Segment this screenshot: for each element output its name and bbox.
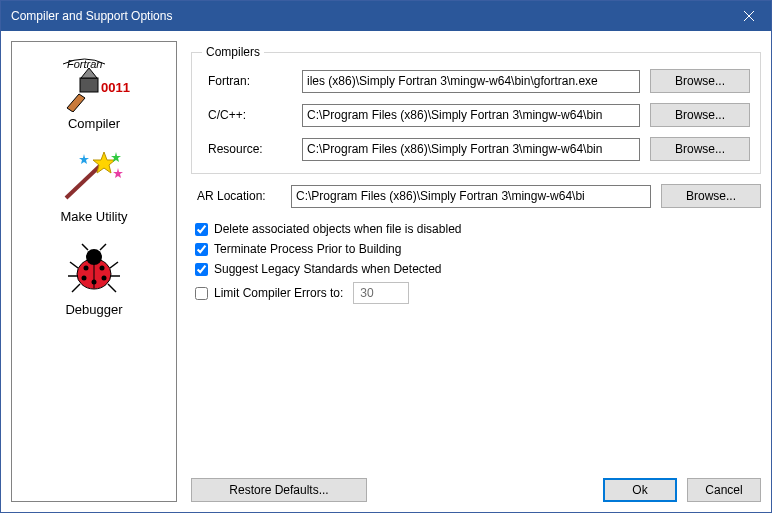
svg-text:Fortran: Fortran [67,58,102,70]
ar-label: AR Location: [191,189,281,203]
cancel-button[interactable]: Cancel [687,478,761,502]
bug-icon [64,242,124,298]
sidebar-item-label: Compiler [12,116,176,131]
delete-objects-label: Delete associated objects when file is d… [214,222,461,236]
sidebar-item-label: Debugger [12,302,176,317]
resource-input[interactable] [302,138,640,161]
svg-point-19 [92,280,97,285]
fortran-browse-button[interactable]: Browse... [650,69,750,93]
titlebar: Compiler and Support Options [1,1,771,31]
bottom-bar: Restore Defaults... Ok Cancel [191,478,761,502]
sidebar-item-make-utility[interactable]: Make Utility [12,143,176,236]
close-icon [744,11,754,21]
fortran-input[interactable] [302,70,640,93]
sidebar-item-label: Make Utility [12,209,176,224]
svg-line-27 [108,284,116,292]
restore-defaults-button[interactable]: Restore Defaults... [191,478,367,502]
svg-marker-9 [79,154,89,164]
fortran-row: Fortran: Browse... [202,69,750,93]
terminate-checkbox[interactable] [195,243,208,256]
svg-line-23 [110,262,118,268]
wand-icon [54,148,134,206]
terminate-check[interactable]: Terminate Process Prior to Building [195,242,761,256]
delete-objects-check[interactable]: Delete associated objects when file is d… [195,222,761,236]
ar-browse-button[interactable]: Browse... [661,184,761,208]
legacy-label: Suggest Legacy Standards when Detected [214,262,441,276]
ccpp-browse-button[interactable]: Browse... [650,103,750,127]
resource-row: Resource: Browse... [202,137,750,161]
svg-marker-10 [113,168,123,178]
limit-errors-label: Limit Compiler Errors to: [214,286,343,300]
svg-point-17 [82,276,87,281]
options-checks: Delete associated objects when file is d… [191,222,761,304]
fortran-label: Fortran: [202,74,292,88]
ar-input[interactable] [291,185,651,208]
main-panel: Compilers Fortran: Browse... C/C++: Brow… [191,41,761,502]
svg-text:0011: 0011 [101,80,130,95]
delete-objects-checkbox[interactable] [195,223,208,236]
svg-rect-3 [80,78,98,92]
sidebar-item-debugger[interactable]: Debugger [12,236,176,329]
resource-browse-button[interactable]: Browse... [650,137,750,161]
compiler-icon: Fortran 0011 [55,56,133,112]
limit-errors-row: Limit Compiler Errors to: [195,282,761,304]
svg-line-22 [70,262,78,268]
ccpp-row: C/C++: Browse... [202,103,750,127]
svg-line-26 [72,284,80,292]
svg-point-16 [100,266,105,271]
ccpp-input[interactable] [302,104,640,127]
svg-marker-5 [67,94,85,112]
limit-errors-value [353,282,409,304]
legacy-check[interactable]: Suggest Legacy Standards when Detected [195,262,761,276]
ccpp-label: C/C++: [202,108,292,122]
window-title: Compiler and Support Options [11,9,726,23]
ar-row: AR Location: Browse... [191,184,761,208]
legacy-checkbox[interactable] [195,263,208,276]
close-button[interactable] [726,1,771,31]
resource-label: Resource: [202,142,292,156]
sidebar-item-compiler[interactable]: Fortran 0011 Compiler [12,50,176,143]
svg-point-15 [84,266,89,271]
compilers-legend: Compilers [202,45,264,59]
compilers-group: Compilers Fortran: Browse... C/C++: Brow… [191,45,761,174]
svg-line-21 [100,244,106,250]
terminate-label: Terminate Process Prior to Building [214,242,401,256]
svg-point-18 [102,276,107,281]
svg-line-20 [82,244,88,250]
sidebar: Fortran 0011 Compiler Make Util [11,41,177,502]
ok-button[interactable]: Ok [603,478,677,502]
limit-errors-checkbox[interactable] [195,287,208,300]
